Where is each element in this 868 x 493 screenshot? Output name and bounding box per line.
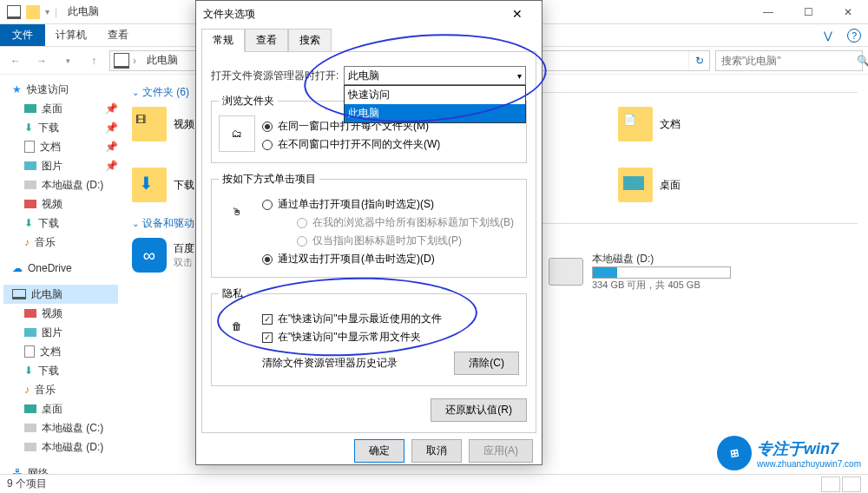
drive-icon <box>24 424 36 432</box>
open-to-dropdown[interactable]: 此电脑 ▾ 快速访问 此电脑 <box>344 66 526 85</box>
properties-icon[interactable] <box>26 5 40 19</box>
dropdown-icon[interactable]: ▾ <box>45 7 49 16</box>
sidebar-thispc[interactable]: 此电脑 <box>3 285 118 304</box>
chevron-down-icon: ⌄ <box>132 219 139 228</box>
apply-button[interactable]: 应用(A) <box>469 439 533 463</box>
tab-view[interactable]: 查看 <box>245 29 288 52</box>
sidebar-pc-music[interactable]: ♪音乐 <box>3 380 118 399</box>
chevron-down-icon: ⌄ <box>132 88 139 97</box>
drive-label: 本地磁盘 (D:) <box>592 252 731 266</box>
sidebar-network[interactable]: 🖧网络 <box>3 463 118 474</box>
minimize-button[interactable]: — <box>748 0 788 24</box>
ribbon-tab-computer[interactable]: 计算机 <box>45 24 97 46</box>
watermark-logo-icon: ⊞ <box>717 436 752 470</box>
sidebar-onedrive[interactable]: ☁OneDrive <box>3 259 118 278</box>
sidebar-pc-videos[interactable]: 视频 <box>3 304 118 323</box>
clear-button[interactable]: 清除(C) <box>454 352 519 375</box>
radio-icon <box>262 200 273 210</box>
ok-button[interactable]: 确定 <box>354 439 404 463</box>
radio-icon <box>297 218 307 228</box>
search-input[interactable] <box>716 55 857 67</box>
sidebar-pictures[interactable]: 图片📌 <box>3 156 118 175</box>
sidebar-downloads2[interactable]: ⬇下载 <box>3 214 118 233</box>
quick-access-label: 快速访问 <box>27 82 69 97</box>
ribbon-tab-view[interactable]: 查看 <box>97 24 139 46</box>
picture-icon <box>24 161 36 170</box>
pin-icon: 📌 <box>105 122 118 134</box>
watermark-url: www.zhuanzhuyuwin7.com <box>757 459 861 469</box>
drive-d[interactable]: 本地磁盘 (D:) 334 GB 可用，共 405 GB <box>549 252 731 292</box>
folder-desktop[interactable]: 桌面 <box>618 168 792 202</box>
sidebar-pc-downloads[interactable]: ⬇下载 <box>3 361 118 380</box>
chevron-right-icon[interactable]: › <box>133 55 136 67</box>
privacy-legend: 隐私 <box>219 286 247 301</box>
sidebar-quick-access[interactable]: ★快速访问 <box>3 80 118 99</box>
up-button[interactable]: ↑ <box>83 50 104 71</box>
sidebar-pc-drive-c[interactable]: 本地磁盘 (C:) <box>3 418 118 437</box>
tab-general[interactable]: 常规 <box>201 29 245 52</box>
baidu-label: 百度 <box>174 241 194 256</box>
sidebar-pc-desktop[interactable]: 桌面 <box>3 399 118 418</box>
refresh-icon[interactable]: ↻ <box>688 51 709 70</box>
pin-icon: 📌 <box>105 102 118 115</box>
details-view-button[interactable] <box>821 477 840 492</box>
close-button[interactable]: ✕ <box>828 0 868 24</box>
sidebar-pc-pictures[interactable]: 图片 <box>3 323 118 342</box>
breadcrumb[interactable]: 此电脑 <box>147 53 178 68</box>
search-box[interactable]: 🔍 <box>715 50 863 71</box>
tiles-view-button[interactable] <box>842 477 861 492</box>
baidu-icon: ∞ <box>132 238 167 273</box>
folder-options-dialog: 文件夹选项 ✕ 常规 查看 搜索 打开文件资源管理器时打开: 此电脑 ▾ 快速访… <box>195 0 542 465</box>
sidebar-pc-drive-d[interactable]: 本地磁盘 (D:) <box>3 437 118 457</box>
radio-single-click[interactable]: 通过单击打开项目(指向时选定)(S) <box>262 197 519 212</box>
drive-usage-bar <box>592 266 731 279</box>
download-icon: ⬇ <box>24 365 33 377</box>
maximize-button[interactable]: ☐ <box>788 0 828 24</box>
folder-icon <box>618 168 653 202</box>
window-title: 此电脑 <box>68 4 99 19</box>
check-frequent-folders[interactable]: 在"快速访问"中显示常用文件夹 <box>262 330 519 345</box>
dropdown-option-quickaccess[interactable]: 快速访问 <box>345 86 525 104</box>
dropdown-option-thispc[interactable]: 此电脑 <box>345 104 525 122</box>
dropdown-list: 快速访问 此电脑 <box>344 85 526 123</box>
download-icon: ⬇ <box>24 122 33 134</box>
quick-access-toolbar: ▾ | 此电脑 <box>0 4 106 19</box>
sidebar-music[interactable]: ♪音乐 <box>3 233 118 252</box>
open-to-label: 打开文件资源管理器时打开: <box>211 69 339 83</box>
baidu-sublabel: 双击 <box>174 256 194 269</box>
file-tab[interactable]: 文件 <box>0 24 45 46</box>
dropdown-selected: 此电脑 <box>348 69 379 83</box>
dialog-buttons: 确定 取消 应用(A) <box>196 439 542 471</box>
sidebar-downloads[interactable]: ⬇下载📌 <box>3 118 118 137</box>
download-icon: ⬇ <box>24 217 33 229</box>
check-recent-files[interactable]: 在"快速访问"中显示最近使用的文件 <box>262 312 519 326</box>
item-count: 9 个项目 <box>7 477 47 491</box>
restore-defaults-button[interactable]: 还原默认值(R) <box>431 398 527 422</box>
sidebar-drive-d[interactable]: 本地磁盘 (D:) <box>3 175 118 194</box>
forward-button[interactable]: → <box>31 50 52 71</box>
clear-history-row: 清除文件资源管理器历史记录 清除(C) <box>262 352 519 375</box>
drive-icon <box>24 181 36 189</box>
radio-underline-point: 仅当指向图标标题时加下划线(P) <box>297 233 519 248</box>
click-items-group: 按如下方式单击项目 🖱 通过单击打开项目(指向时选定)(S) 在我的浏览器中给所… <box>211 172 527 278</box>
checkbox-icon <box>262 314 273 325</box>
ribbon-collapse-icon[interactable]: ⋁ <box>816 24 840 46</box>
folder-documents[interactable]: 📄文档 <box>618 107 792 141</box>
recent-dropdown-icon[interactable]: ▾ <box>57 50 78 71</box>
folder-icon: 🎞 <box>132 107 167 141</box>
tab-search[interactable]: 搜索 <box>288 29 332 52</box>
sidebar-pc-documents[interactable]: 文档 <box>3 342 118 361</box>
drive-icon <box>24 443 36 451</box>
radio-diff-window[interactable]: 在不同窗口中打开不同的文件夹(W) <box>262 137 519 152</box>
radio-double-click[interactable]: 通过双击打开项目(单击时选定)(D) <box>262 252 519 266</box>
help-icon[interactable]: ? <box>847 29 861 43</box>
sidebar-desktop[interactable]: 桌面📌 <box>3 99 118 118</box>
dialog-close-button[interactable]: ✕ <box>500 7 535 21</box>
back-button[interactable]: ← <box>5 50 26 71</box>
folder-icon: 📄 <box>618 107 653 141</box>
sidebar-documents[interactable]: 文档📌 <box>3 137 118 156</box>
pin-icon: 📌 <box>105 160 118 172</box>
sidebar-videos[interactable]: 视频 <box>3 194 118 214</box>
search-icon[interactable]: 🔍 <box>857 55 868 67</box>
cancel-button[interactable]: 取消 <box>411 439 462 463</box>
